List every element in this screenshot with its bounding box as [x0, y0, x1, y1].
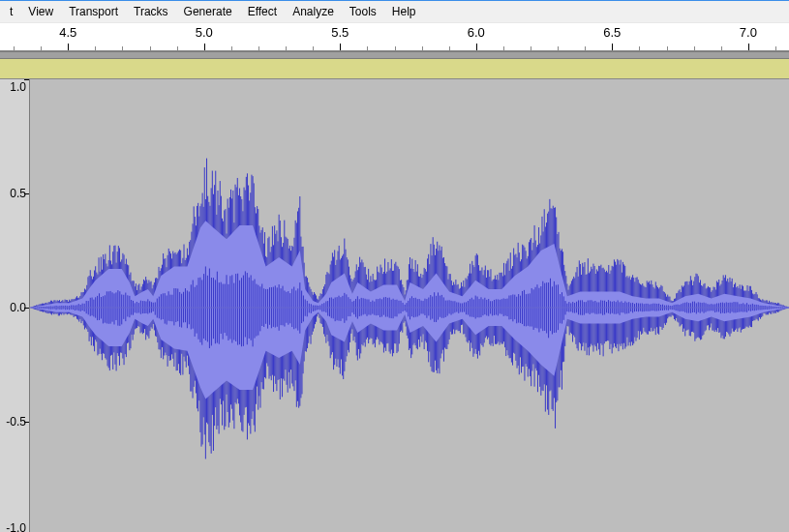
menu-item-generate[interactable]: Generate — [176, 3, 240, 20]
ruler-tick — [748, 44, 749, 50]
menu-item-transport[interactable]: Transport — [61, 3, 126, 20]
menu-item-tools[interactable]: Tools — [342, 3, 384, 20]
track-separator — [0, 51, 789, 59]
ruler-tick — [204, 44, 205, 50]
amp-label: -0.5 — [6, 415, 26, 429]
ruler-tick — [612, 44, 613, 50]
waveform-canvas[interactable] — [30, 79, 789, 532]
waveform-canvas-wrap[interactable] — [30, 79, 789, 532]
amp-label: 1.0 — [10, 80, 26, 94]
amp-label: -1.0 — [6, 521, 26, 532]
menu-item-view[interactable]: View — [20, 3, 61, 20]
ruler-label: 6.5 — [603, 25, 621, 40]
menu-item-tracks[interactable]: Tracks — [126, 3, 176, 20]
ruler-label: 5.5 — [331, 25, 349, 40]
ruler-label: 4.5 — [59, 25, 76, 40]
ruler-tick — [476, 44, 477, 50]
menu-item-help[interactable]: Help — [384, 3, 424, 20]
ruler-label: 7.0 — [740, 25, 757, 40]
ruler-label: 5.0 — [196, 25, 213, 40]
amplitude-ruler: 1.00.50.0-0.5-1.0 — [0, 79, 30, 532]
time-ruler[interactable]: 4.55.05.56.06.57.0 — [0, 23, 789, 51]
menu-item-t[interactable]: t — [2, 3, 20, 20]
ruler-label: 6.0 — [468, 25, 485, 40]
ruler-tick — [68, 44, 69, 50]
menu-bar[interactable]: tViewTransportTracksGenerateEffectAnalyz… — [0, 0, 789, 23]
ruler-tick — [340, 44, 341, 50]
menu-item-analyze[interactable]: Analyze — [285, 3, 342, 20]
menu-item-effect[interactable]: Effect — [240, 3, 285, 20]
track-strip — [0, 59, 789, 79]
waveform-area: 1.00.50.0-0.5-1.0 — [0, 79, 789, 532]
